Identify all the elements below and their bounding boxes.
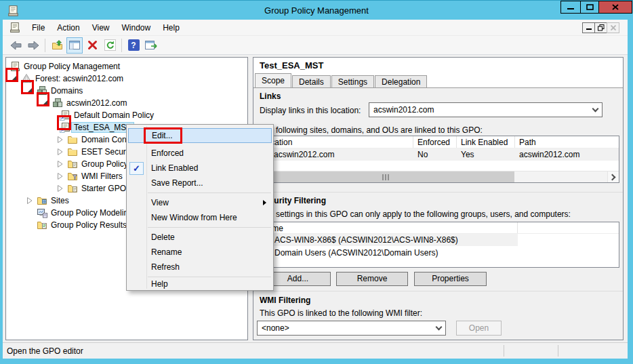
menu-action[interactable]: Action	[51, 20, 85, 36]
open-button[interactable]: Open	[456, 321, 502, 336]
refresh-button[interactable]	[102, 37, 118, 54]
tree-item-label: Starter GPOs	[81, 184, 130, 193]
help-icon: ?	[128, 39, 140, 51]
sites-folder-icon	[37, 195, 47, 206]
refresh-icon	[104, 39, 116, 51]
window-title: Group Policy Management	[0, 5, 633, 16]
menu-item-help[interactable]: Help	[128, 278, 272, 290]
menu-file[interactable]: File	[26, 20, 51, 36]
scrollbar-grip-icon	[382, 174, 390, 180]
column-link-enabled[interactable]: Link Enabled	[457, 136, 515, 148]
export-list-icon	[145, 41, 158, 49]
menu-item-refresh[interactable]: Refresh	[128, 260, 272, 275]
annotation-box-domains-expander	[21, 80, 34, 94]
add-button[interactable]: Add...	[265, 272, 331, 286]
security-list-row-users[interactable]: Domain Users (ACSWIN2012\Domain Users)	[258, 247, 619, 259]
horizontal-scrollbar[interactable]	[258, 171, 619, 182]
links-table-caption: The following sites, domains, and OUs ar…	[260, 125, 483, 135]
help-button[interactable]: ?	[125, 37, 142, 54]
section-separator	[253, 192, 623, 193]
wmi-filtering-description: This GPO is linked to the following WMI …	[260, 308, 422, 318]
forward-button[interactable]	[25, 37, 41, 54]
menu-item-rename[interactable]: Rename	[128, 245, 272, 260]
tab-delegation[interactable]: Delegation	[375, 75, 427, 87]
location-combobox[interactable]: acswin2012.com	[369, 102, 603, 117]
tree-item-label: Default Domain Policy	[74, 110, 154, 120]
menu-item-view[interactable]: View	[128, 195, 272, 210]
remove-button[interactable]: Remove	[336, 272, 408, 286]
ou-folder-icon	[67, 146, 78, 157]
collapsed-arrow-icon[interactable]	[56, 172, 64, 180]
status-text: Open the GPO editor	[7, 346, 83, 356]
tab-settings[interactable]: Settings	[331, 75, 374, 87]
tree-item-forest[interactable]: Forest: acswin2012.com	[6, 73, 247, 85]
close-button[interactable]	[598, 1, 632, 14]
tree-item-group-policy-management[interactable]: Group Policy Management	[6, 60, 247, 73]
wmi-filter-combobox[interactable]: <none>	[257, 321, 446, 336]
menu-item-link-enabled[interactable]: Link Enabled	[128, 161, 272, 176]
tab-scope[interactable]: Scope	[255, 73, 291, 87]
menu-separator	[148, 227, 271, 228]
up-folder-icon	[52, 40, 63, 50]
wmi-filter-value: <none>	[262, 323, 289, 333]
menu-window[interactable]: Window	[116, 20, 157, 36]
collapsed-arrow-icon[interactable]	[56, 184, 64, 193]
properties-button[interactable]: Properties	[414, 272, 487, 286]
minimize-button[interactable]	[560, 1, 581, 14]
menu-help[interactable]: Help	[157, 20, 186, 36]
tree-item-label: acswin2012.com	[66, 98, 127, 108]
location-combobox-value: acswin2012.com	[373, 105, 434, 115]
child-close-button[interactable]	[607, 22, 619, 33]
export-list-button[interactable]	[143, 37, 159, 54]
links-table-row[interactable]: acswin2012.com No Yes acswin2012.com	[258, 148, 619, 161]
titlebar[interactable]: Group Policy Management	[0, 0, 633, 20]
column-location[interactable]: Location	[258, 136, 413, 148]
tab-strip: Scope Details Settings Delegation	[255, 73, 428, 87]
menu-item-new-window[interactable]: New Window from Here	[128, 210, 272, 225]
collapsed-arrow-icon[interactable]	[56, 160, 64, 168]
cell-enforced: No	[413, 150, 457, 159]
tree-item-label: Group Policy Modeling	[51, 208, 133, 218]
menu-item-save-report[interactable]: Save Report...	[128, 176, 272, 190]
child-restore-button[interactable]	[594, 22, 607, 33]
scrollbar-thumb[interactable]	[258, 171, 514, 182]
scroll-right-button[interactable]	[607, 171, 619, 182]
menu-item-enforced[interactable]: Enforced	[128, 146, 272, 161]
maximize-button[interactable]	[580, 1, 599, 14]
menu-separator	[148, 193, 271, 193]
checkmark-icon: ✓	[129, 162, 144, 175]
up-one-level-button[interactable]	[49, 37, 65, 54]
chevron-down-icon[interactable]	[432, 322, 445, 334]
child-minimize-button[interactable]	[582, 22, 595, 33]
status-divider	[558, 345, 558, 357]
column-enforced[interactable]: Enforced	[413, 136, 457, 148]
show-console-tree-button[interactable]	[66, 37, 83, 54]
links-heading: Links	[260, 92, 281, 101]
collapsed-arrow-icon[interactable]	[56, 136, 64, 144]
delete-button[interactable]	[84, 37, 100, 54]
security-entry-label: Domain Users (ACSWIN2012\Domain Users)	[274, 248, 438, 258]
column-name[interactable]: Name	[258, 222, 518, 233]
security-entry-label: ACS-WIN8-X86$ (ACSWIN2012\ACS-WIN8-X86$)	[274, 235, 458, 245]
tree-item-default-domain-policy[interactable]: Default Domain Policy	[6, 109, 247, 121]
tree-item-label: WMI Filters	[81, 171, 123, 181]
collapsed-arrow-icon[interactable]	[56, 148, 64, 156]
back-button[interactable]	[7, 37, 24, 54]
collapsed-arrow-icon[interactable]	[25, 197, 33, 205]
back-icon	[10, 41, 22, 50]
scope-tab-page: Links Display links in this location: ac…	[253, 87, 623, 340]
tab-details[interactable]: Details	[292, 75, 331, 87]
security-list-row-computer[interactable]: ACS-WIN8-X86$ (ACSWIN2012\ACS-WIN8-X86$)	[258, 234, 619, 246]
group-policy-management-window: Group Policy Management File Action View…	[0, 0, 633, 364]
annotation-box-domain-expander	[37, 92, 49, 106]
menu-item-delete[interactable]: Delete	[128, 230, 272, 245]
security-filtering-list: Name ACS-WIN8-X86$ (ACSWIN2012\ACS-WIN8-…	[257, 222, 619, 268]
tree-item-label: Forest: acswin2012.com	[35, 74, 123, 83]
tree-item-label: Domains	[51, 86, 83, 96]
menu-view[interactable]: View	[86, 20, 116, 36]
column-blank[interactable]	[518, 222, 619, 233]
chevron-down-icon[interactable]	[589, 104, 601, 116]
tree-item-label: Sites	[51, 196, 69, 205]
column-path[interactable]: Path	[515, 136, 619, 148]
forward-icon	[28, 41, 39, 50]
